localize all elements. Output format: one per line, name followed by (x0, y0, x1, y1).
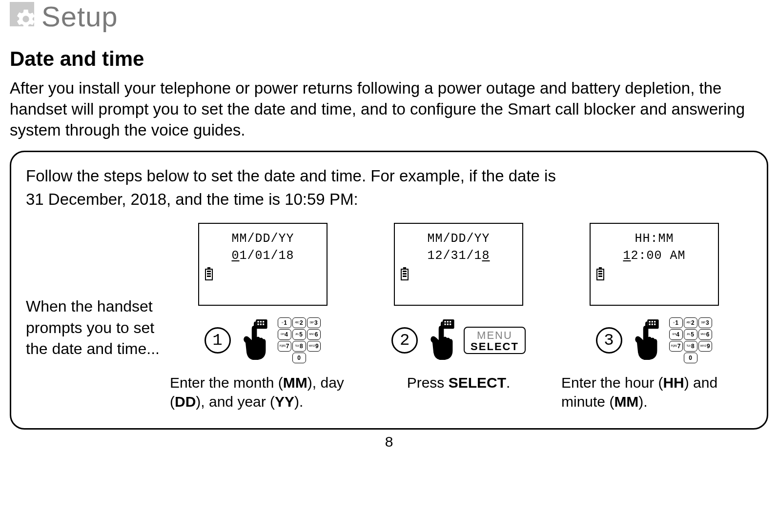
battery-icon (401, 269, 409, 280)
svg-rect-4 (257, 324, 259, 325)
menu-select-button: MENUSELECT (464, 327, 526, 354)
svg-rect-5 (260, 324, 261, 325)
steps-intro-line1: Follow the steps below to set the date a… (26, 167, 556, 185)
step-2: MM/DD/YY 12/31/18 2 MENUSELECT Press SEL… (361, 223, 556, 392)
svg-rect-15 (649, 321, 650, 323)
lcd-screen: HH:MM 12:00 AM (590, 223, 719, 306)
lcd-line1: MM/DD/YY (402, 232, 515, 246)
lcd-line2: 01/01/18 (206, 249, 320, 263)
svg-rect-10 (450, 321, 451, 323)
step-1: MM/DD/YY 01/01/18 1 ∞1ABC2DEF3GHI4JKL5MN… (165, 223, 361, 411)
key-8: TUV8 (292, 341, 306, 352)
steps-intro-line2: 31 December, 2018, and the time is 10:59… (26, 190, 358, 208)
intro-paragraph: After you install your telephone or powe… (10, 78, 768, 141)
svg-rect-17 (654, 321, 655, 323)
prompt-text: When the handset prompts you to set the … (26, 223, 165, 359)
step-number: 3 (596, 327, 622, 354)
key-7: PQRS7 (278, 341, 291, 352)
key-2: ABC2 (684, 317, 697, 328)
key-5: JKL5 (684, 329, 697, 340)
svg-rect-3 (263, 321, 264, 323)
steps-intro: Follow the steps below to set the date a… (26, 164, 752, 211)
key-5: JKL5 (292, 329, 306, 340)
lcd-line1: MM/DD/YY (206, 232, 320, 246)
lcd-line1: HH:MM (597, 232, 711, 246)
battery-icon (205, 269, 213, 280)
step-3: HH:MM 12:00 AM 3 ∞1ABC2DEF3GHI4JKL5MNO6P… (556, 223, 752, 411)
chapter-title: Setup (41, 0, 118, 33)
lcd-line2: 12/31/18 (402, 249, 515, 263)
step-number: 1 (205, 327, 231, 354)
step-caption: Enter the hour (HH) and minute (MM). (556, 373, 752, 411)
key-1: ∞1 (278, 317, 291, 328)
step-caption: Enter the month (MM), day (DD), and year… (165, 373, 361, 411)
svg-rect-1 (257, 321, 259, 323)
section-title: Date and time (10, 47, 768, 71)
lcd-screen: MM/DD/YY 12/31/18 (394, 223, 523, 306)
svg-rect-19 (651, 324, 653, 325)
svg-rect-16 (651, 321, 653, 323)
key-4: GHI4 (669, 329, 683, 340)
steps-container: Follow the steps below to set the date a… (10, 151, 768, 430)
svg-rect-11 (445, 324, 446, 325)
svg-rect-13 (450, 324, 451, 325)
lcd-screen: MM/DD/YY 01/01/18 (198, 223, 328, 306)
svg-rect-6 (263, 324, 264, 325)
key-9: WXYZ9 (307, 341, 321, 352)
key-8: TUV8 (684, 341, 697, 352)
svg-rect-12 (447, 324, 449, 325)
press-hand-icon (425, 319, 457, 361)
lcd-line2: 12:00 AM (597, 249, 711, 263)
svg-rect-20 (654, 324, 655, 325)
key-9: WXYZ9 (698, 341, 712, 352)
key-3: DEF3 (307, 317, 321, 328)
key-4: GHI4 (278, 329, 291, 340)
step-caption: Press SELECT. (361, 373, 556, 392)
gear-icon (10, 2, 34, 26)
key-3: DEF3 (698, 317, 712, 328)
press-hand-icon (629, 319, 661, 361)
key-0: 0 (684, 353, 697, 363)
key-1: ∞1 (669, 317, 683, 328)
page-number: 8 (10, 433, 768, 450)
chapter-header: Setup (10, 0, 768, 33)
svg-rect-8 (445, 321, 446, 323)
step-number: 2 (391, 327, 418, 354)
dial-keypad: ∞1ABC2DEF3GHI4JKL5MNO6PQRS7TUV8WXYZ90 (277, 317, 322, 363)
press-hand-icon (238, 319, 270, 361)
key-6: MNO6 (698, 329, 712, 340)
battery-icon (596, 269, 604, 280)
dial-keypad: ∞1ABC2DEF3GHI4JKL5MNO6PQRS7TUV8WXYZ90 (668, 317, 713, 363)
svg-rect-9 (447, 321, 449, 323)
svg-rect-2 (260, 321, 261, 323)
key-2: ABC2 (292, 317, 306, 328)
key-7: PQRS7 (669, 341, 683, 352)
key-0: 0 (292, 353, 306, 363)
svg-rect-18 (649, 324, 650, 325)
key-6: MNO6 (307, 329, 321, 340)
